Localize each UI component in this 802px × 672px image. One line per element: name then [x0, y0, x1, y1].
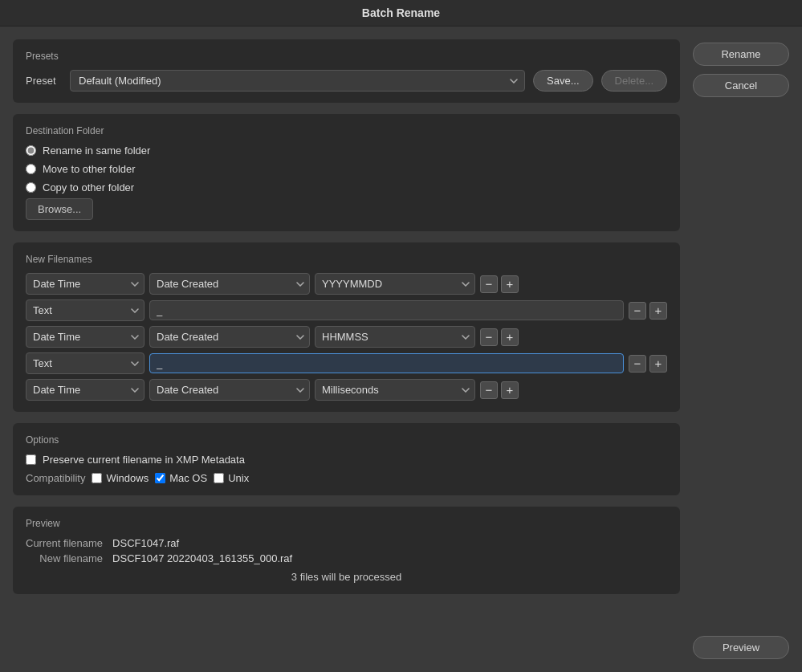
row-controls-4: − + [629, 355, 667, 373]
remove-row-5[interactable]: − [480, 381, 498, 399]
current-filename-value: DSCF1047.raf [112, 537, 667, 549]
radio-move-label: Move to other folder [43, 163, 136, 175]
compatibility-row: Compatibility Windows Mac OS Unix [26, 472, 667, 484]
compat-windows-label: Windows [106, 472, 149, 484]
compat-unix[interactable]: Unix [214, 472, 249, 484]
add-row-2[interactable]: + [649, 302, 667, 320]
compat-unix-label: Unix [228, 472, 249, 484]
type-select-3[interactable]: Date Time Text Sequence Filename [26, 326, 145, 348]
title-bar: Batch Rename [0, 0, 802, 26]
new-filename-value: DSCF1047 20220403_161355_000.raf [112, 552, 667, 564]
radio-same-folder[interactable]: Rename in same folder [26, 145, 667, 157]
row-controls-3: − + [480, 328, 519, 346]
options-title: Options [26, 434, 667, 446]
sub-select-3[interactable]: Date Created Date Modified Date Digitize… [149, 326, 310, 348]
preset-select[interactable]: Default (Modified) Default Custom [70, 70, 525, 92]
left-panel: Presets Preset Default (Modified) Defaul… [13, 39, 680, 659]
preserve-label: Preserve current filename in XMP Metadat… [43, 454, 245, 466]
presets-section: Presets Preset Default (Modified) Defaul… [13, 39, 680, 103]
compatibility-label: Compatibility [26, 472, 85, 484]
filename-row-5: Date Time Text Sequence Filename Date Cr… [26, 379, 667, 401]
cancel-button[interactable]: Cancel [693, 74, 789, 97]
preview-title: Preview [26, 518, 667, 529]
row-controls-2: − + [629, 302, 667, 320]
sub-select-5[interactable]: Date Created Date Modified Date Digitize… [149, 379, 310, 401]
type-select-1[interactable]: Date Time Text Sequence Filename [26, 273, 145, 295]
type-select-4[interactable]: Text Date Time Sequence Filename [26, 352, 145, 374]
current-filename-label: Current filename [26, 537, 103, 549]
radio-copy-folder[interactable]: Copy to other folder [26, 181, 667, 193]
add-row-1[interactable]: + [501, 275, 519, 293]
browse-button[interactable]: Browse... [26, 198, 93, 220]
preset-label: Preset [26, 75, 62, 87]
add-row-3[interactable]: + [501, 328, 519, 346]
add-row-4[interactable]: + [649, 355, 667, 373]
row-controls-1: − + [480, 275, 519, 293]
format-select-5[interactable]: Milliseconds YYYYMMDD HHMMSS [315, 379, 475, 401]
filename-row-2: Text Date Time Sequence Filename − + [26, 299, 667, 321]
remove-row-2[interactable]: − [629, 302, 646, 320]
compat-macos-label: Mac OS [169, 472, 207, 484]
text-input-4[interactable] [149, 353, 624, 373]
preserve-checkbox[interactable] [26, 454, 36, 465]
filename-row-3: Date Time Text Sequence Filename Date Cr… [26, 326, 667, 348]
remove-row-4[interactable]: − [629, 355, 646, 373]
save-button[interactable]: Save... [533, 70, 592, 92]
type-select-5[interactable]: Date Time Text Sequence Filename [26, 379, 145, 401]
sub-select-1[interactable]: Date Created Date Modified Date Digitize… [149, 273, 310, 295]
preview-section: Preview Current filename DSCF1047.raf Ne… [13, 507, 680, 594]
right-panel: Rename Cancel Preview [693, 39, 789, 659]
radio-move-folder[interactable]: Move to other folder [26, 163, 667, 175]
filenames-scroll[interactable]: Date Time Text Sequence Filename Date Cr… [26, 273, 667, 401]
window-title: Batch Rename [362, 6, 440, 19]
radio-same-label: Rename in same folder [43, 145, 150, 157]
filename-row-4: Text Date Time Sequence Filename − + [26, 352, 667, 374]
compat-windows[interactable]: Windows [92, 472, 149, 484]
text-input-2[interactable] [149, 300, 624, 320]
presets-title: Presets [26, 51, 667, 62]
format-select-3[interactable]: HHMMSS YYYYMMDD Milliseconds [315, 326, 475, 348]
delete-button[interactable]: Delete... [601, 70, 667, 92]
rename-button[interactable]: Rename [693, 43, 789, 66]
filename-row-1: Date Time Text Sequence Filename Date Cr… [26, 273, 667, 295]
format-select-1[interactable]: YYYYMMDD HHMMSS Milliseconds [315, 273, 475, 295]
preview-button[interactable]: Preview [693, 636, 789, 659]
new-filenames-title: New Filenames [26, 254, 667, 265]
destination-folder-title: Destination Folder [26, 125, 667, 136]
compat-macos[interactable]: Mac OS [155, 472, 207, 484]
options-section: Options Preserve current filename in XMP… [13, 423, 680, 495]
remove-row-3[interactable]: − [480, 328, 498, 346]
new-filename-label: New filename [26, 552, 103, 564]
destination-folder-section: Destination Folder Rename in same folder… [13, 114, 680, 231]
preview-grid: Current filename DSCF1047.raf New filena… [26, 537, 667, 564]
radio-copy-label: Copy to other folder [43, 181, 134, 193]
preserve-option-row: Preserve current filename in XMP Metadat… [26, 454, 667, 466]
destination-radio-group: Rename in same folder Move to other fold… [26, 145, 667, 193]
preview-footer: 3 files will be processed [26, 571, 667, 583]
add-row-5[interactable]: + [501, 381, 519, 399]
remove-row-1[interactable]: − [480, 275, 498, 293]
row-controls-5: − + [480, 381, 519, 399]
new-filenames-section: New Filenames Date Time Text Sequence Fi… [13, 242, 680, 412]
type-select-2[interactable]: Text Date Time Sequence Filename [26, 299, 145, 321]
